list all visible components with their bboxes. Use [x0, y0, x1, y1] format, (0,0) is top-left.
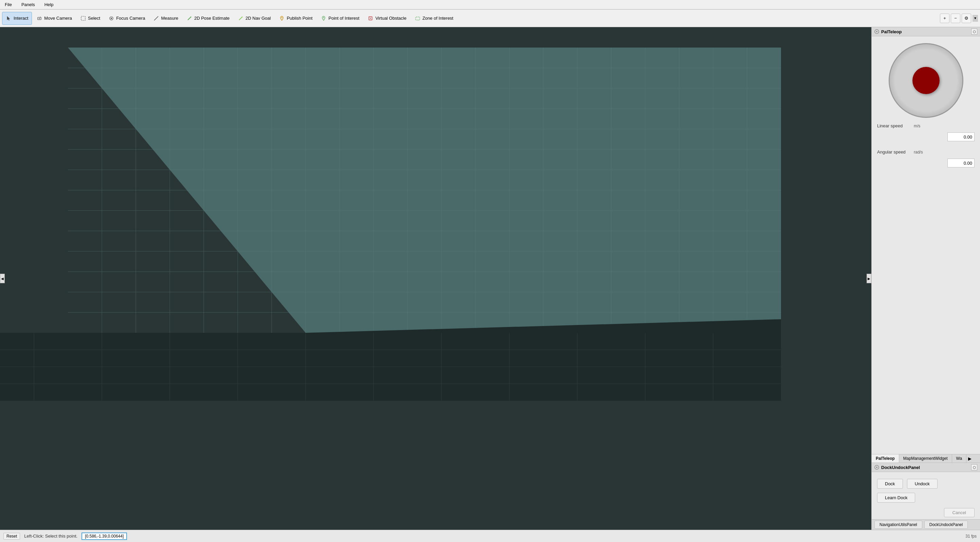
joystick-outer-ring[interactable]: [889, 43, 963, 118]
panel-collapse-left[interactable]: ◀: [0, 274, 5, 283]
tool-2d-pose[interactable]: 2D Pose Estimate: [183, 12, 233, 25]
tool-zone-of-interest-label: Zone of Interest: [422, 16, 453, 21]
menu-help[interactable]: Help: [43, 2, 56, 8]
tab-palteleop[interactable]: PalTeleop: [872, 455, 899, 463]
angular-speed-row: Angular speed rad/s: [872, 148, 980, 157]
pin-icon: [279, 15, 285, 21]
joystick-handle[interactable]: [912, 67, 940, 94]
focus-icon: [108, 15, 115, 21]
svg-point-5: [111, 17, 112, 19]
svg-rect-0: [38, 17, 41, 20]
pose-icon: [186, 15, 192, 21]
tool-measure[interactable]: Measure: [150, 12, 182, 25]
tool-select-label: Select: [88, 16, 100, 21]
angular-speed-unit: rad/s: [914, 150, 926, 154]
svg-point-2: [39, 18, 40, 19]
menu-bar: File Panels Help: [0, 0, 980, 10]
map-viewport[interactable]: ◀ ▶: [0, 27, 871, 530]
svg-point-72: [876, 31, 877, 32]
status-coordinates: [0.586,-1.39,0.00644]: [81, 532, 127, 540]
tab-dock-undock[interactable]: DockUndockPanel: [924, 521, 968, 529]
learn-dock-button[interactable]: Learn Dock: [877, 493, 915, 502]
undock-button[interactable]: Undock: [907, 479, 937, 489]
toolbar-dropdown[interactable]: ▼: [972, 15, 978, 22]
settings-button[interactable]: ⚙: [962, 14, 971, 23]
tool-virtual-obstacle[interactable]: Virtual Obstacle: [364, 12, 410, 25]
svg-point-14: [282, 17, 283, 18]
tool-interact[interactable]: Interact: [2, 12, 32, 25]
tab-navigation-utils[interactable]: NavigationUtilsPanel: [874, 521, 922, 529]
cancel-row: Cancel: [872, 506, 980, 519]
panel-tabs-arrow[interactable]: ▶: [966, 455, 973, 463]
main-content: ◀ ▶ PalTeleop ⬡ Linear speed: [0, 27, 980, 530]
tool-interact-label: Interact: [14, 16, 28, 21]
angular-speed-label: Angular speed: [877, 149, 911, 154]
tool-zone-of-interest[interactable]: Zone of Interest: [411, 12, 457, 25]
tool-virtual-obstacle-label: Virtual Obstacle: [375, 16, 406, 21]
dock-panel-header: DockUndockPanel ⬡: [872, 463, 980, 472]
tool-move-camera[interactable]: Move Camera: [33, 12, 76, 25]
tool-publish-point[interactable]: Publish Point: [275, 12, 316, 25]
cursor-icon: [6, 15, 12, 21]
toolbar-extras: + − ⚙ ▼: [940, 14, 978, 23]
joystick-area: [872, 37, 980, 121]
dock-float-button[interactable]: ⬡: [971, 464, 977, 470]
zoom-out-button[interactable]: −: [951, 14, 960, 23]
map-canvas: [0, 27, 871, 530]
panel-collapse-right[interactable]: ▶: [867, 274, 871, 283]
dock-panel-title: DockUndockPanel: [881, 465, 920, 470]
palteleop-title: PalTeleop: [881, 29, 902, 34]
zoom-in-button[interactable]: +: [940, 14, 950, 23]
tool-point-of-interest[interactable]: Point of Interest: [317, 12, 363, 25]
svg-point-74: [876, 467, 877, 468]
select-icon: [80, 15, 86, 21]
tab-mapmanagement[interactable]: MapManagementWidget: [899, 455, 952, 463]
right-panel: PalTeleop ⬡ Linear speed m/s Angular spe…: [871, 27, 980, 530]
tool-point-of-interest-label: Point of Interest: [328, 16, 359, 21]
status-click-info: Left-Click: Select this point.: [24, 534, 78, 539]
linear-speed-unit: m/s: [914, 124, 926, 129]
zone-icon: [415, 15, 421, 21]
dock-button[interactable]: Dock: [877, 479, 903, 489]
cancel-button[interactable]: Cancel: [944, 508, 975, 517]
poi-icon: [321, 15, 327, 21]
dock-panel-icon: [874, 465, 879, 470]
tool-measure-label: Measure: [161, 16, 178, 21]
camera-move-icon: [37, 15, 43, 21]
angular-speed-input[interactable]: [947, 159, 975, 167]
reset-button[interactable]: Reset: [3, 533, 20, 540]
angular-speed-input-row: [872, 157, 980, 170]
panel-tab-bar: PalTeleop MapManagementWidget Wa ▶: [872, 454, 980, 463]
tab-wa[interactable]: Wa: [952, 455, 967, 463]
tool-select[interactable]: Select: [76, 12, 104, 25]
palteleop-float-button[interactable]: ⬡: [971, 29, 977, 35]
dock-actions: Dock Undock Learn Dock: [872, 472, 980, 506]
svg-point-15: [323, 17, 324, 18]
menu-file[interactable]: File: [3, 2, 14, 8]
tool-2d-nav-label: 2D Nav Goal: [245, 16, 270, 21]
nav-icon: [238, 15, 244, 21]
linear-speed-input[interactable]: [947, 132, 975, 141]
ruler-icon: [153, 15, 159, 21]
palteleop-panel-header: PalTeleop ⬡: [872, 27, 980, 37]
toolbar: Interact Move Camera Select Focus Camera: [0, 10, 980, 27]
tool-focus-camera-label: Focus Camera: [116, 16, 145, 21]
palteleop-icon: [874, 29, 879, 34]
fps-counter: 31 fps: [966, 534, 977, 539]
tool-focus-camera[interactable]: Focus Camera: [105, 12, 149, 25]
tool-2d-pose-label: 2D Pose Estimate: [194, 16, 229, 21]
linear-speed-input-row: [872, 130, 980, 143]
svg-rect-19: [416, 17, 420, 20]
obstacle-icon: [368, 15, 374, 21]
bottom-tab-bar: NavigationUtilsPanel DockUndockPanel: [872, 519, 980, 530]
status-bar: Reset Left-Click: Select this point. [0.…: [0, 530, 980, 542]
svg-rect-3: [81, 16, 85, 21]
tool-2d-nav[interactable]: 2D Nav Goal: [234, 12, 274, 25]
linear-speed-row: Linear speed m/s: [872, 121, 980, 130]
linear-speed-label: Linear speed: [877, 123, 911, 129]
tool-move-camera-label: Move Camera: [44, 16, 72, 21]
menu-panels[interactable]: Panels: [19, 2, 37, 8]
tool-publish-point-label: Publish Point: [286, 16, 312, 21]
